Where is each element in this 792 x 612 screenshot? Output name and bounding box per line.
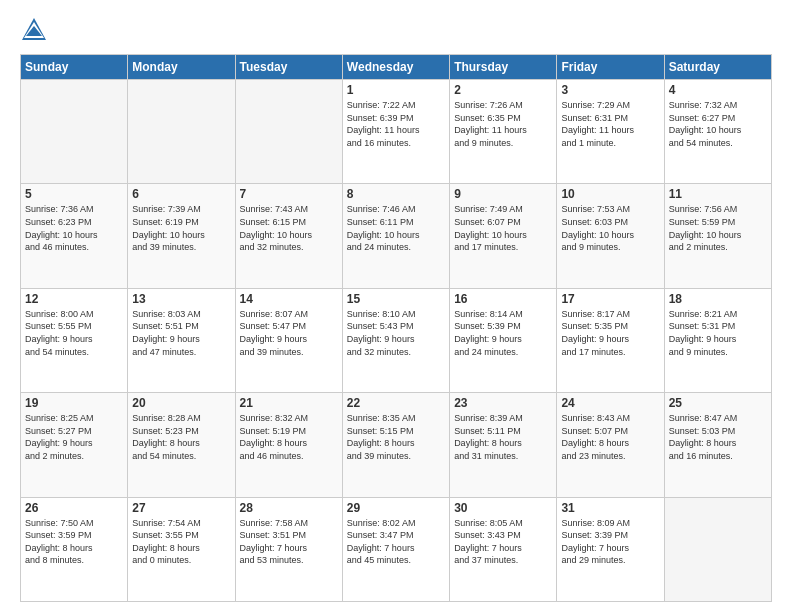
day-info: Sunrise: 7:43 AM Sunset: 6:15 PM Dayligh… bbox=[240, 203, 338, 253]
day-number: 16 bbox=[454, 292, 552, 306]
day-cell-16: 16Sunrise: 8:14 AM Sunset: 5:39 PM Dayli… bbox=[450, 288, 557, 392]
day-cell-29: 29Sunrise: 8:02 AM Sunset: 3:47 PM Dayli… bbox=[342, 497, 449, 601]
day-number: 25 bbox=[669, 396, 767, 410]
calendar-table: SundayMondayTuesdayWednesdayThursdayFrid… bbox=[20, 54, 772, 602]
day-cell-21: 21Sunrise: 8:32 AM Sunset: 5:19 PM Dayli… bbox=[235, 393, 342, 497]
day-info: Sunrise: 8:02 AM Sunset: 3:47 PM Dayligh… bbox=[347, 517, 445, 567]
week-row-2: 5Sunrise: 7:36 AM Sunset: 6:23 PM Daylig… bbox=[21, 184, 772, 288]
weekday-header-monday: Monday bbox=[128, 55, 235, 80]
day-cell-5: 5Sunrise: 7:36 AM Sunset: 6:23 PM Daylig… bbox=[21, 184, 128, 288]
day-cell-23: 23Sunrise: 8:39 AM Sunset: 5:11 PM Dayli… bbox=[450, 393, 557, 497]
day-info: Sunrise: 8:17 AM Sunset: 5:35 PM Dayligh… bbox=[561, 308, 659, 358]
day-info: Sunrise: 7:29 AM Sunset: 6:31 PM Dayligh… bbox=[561, 99, 659, 149]
day-info: Sunrise: 8:03 AM Sunset: 5:51 PM Dayligh… bbox=[132, 308, 230, 358]
day-info: Sunrise: 8:25 AM Sunset: 5:27 PM Dayligh… bbox=[25, 412, 123, 462]
day-info: Sunrise: 7:26 AM Sunset: 6:35 PM Dayligh… bbox=[454, 99, 552, 149]
day-number: 7 bbox=[240, 187, 338, 201]
day-number: 31 bbox=[561, 501, 659, 515]
day-number: 5 bbox=[25, 187, 123, 201]
day-cell-27: 27Sunrise: 7:54 AM Sunset: 3:55 PM Dayli… bbox=[128, 497, 235, 601]
day-info: Sunrise: 7:22 AM Sunset: 6:39 PM Dayligh… bbox=[347, 99, 445, 149]
day-cell-13: 13Sunrise: 8:03 AM Sunset: 5:51 PM Dayli… bbox=[128, 288, 235, 392]
day-cell-10: 10Sunrise: 7:53 AM Sunset: 6:03 PM Dayli… bbox=[557, 184, 664, 288]
day-number: 26 bbox=[25, 501, 123, 515]
day-info: Sunrise: 8:47 AM Sunset: 5:03 PM Dayligh… bbox=[669, 412, 767, 462]
weekday-header-thursday: Thursday bbox=[450, 55, 557, 80]
week-row-5: 26Sunrise: 7:50 AM Sunset: 3:59 PM Dayli… bbox=[21, 497, 772, 601]
day-info: Sunrise: 7:36 AM Sunset: 6:23 PM Dayligh… bbox=[25, 203, 123, 253]
week-row-3: 12Sunrise: 8:00 AM Sunset: 5:55 PM Dayli… bbox=[21, 288, 772, 392]
day-info: Sunrise: 8:35 AM Sunset: 5:15 PM Dayligh… bbox=[347, 412, 445, 462]
day-number: 2 bbox=[454, 83, 552, 97]
day-number: 20 bbox=[132, 396, 230, 410]
week-row-4: 19Sunrise: 8:25 AM Sunset: 5:27 PM Dayli… bbox=[21, 393, 772, 497]
day-number: 6 bbox=[132, 187, 230, 201]
day-number: 24 bbox=[561, 396, 659, 410]
day-number: 23 bbox=[454, 396, 552, 410]
day-cell-15: 15Sunrise: 8:10 AM Sunset: 5:43 PM Dayli… bbox=[342, 288, 449, 392]
day-cell-9: 9Sunrise: 7:49 AM Sunset: 6:07 PM Daylig… bbox=[450, 184, 557, 288]
day-number: 10 bbox=[561, 187, 659, 201]
day-number: 21 bbox=[240, 396, 338, 410]
day-info: Sunrise: 7:50 AM Sunset: 3:59 PM Dayligh… bbox=[25, 517, 123, 567]
weekday-header-row: SundayMondayTuesdayWednesdayThursdayFrid… bbox=[21, 55, 772, 80]
weekday-header-friday: Friday bbox=[557, 55, 664, 80]
day-info: Sunrise: 8:39 AM Sunset: 5:11 PM Dayligh… bbox=[454, 412, 552, 462]
day-number: 17 bbox=[561, 292, 659, 306]
day-cell-14: 14Sunrise: 8:07 AM Sunset: 5:47 PM Dayli… bbox=[235, 288, 342, 392]
day-info: Sunrise: 8:28 AM Sunset: 5:23 PM Dayligh… bbox=[132, 412, 230, 462]
day-cell-20: 20Sunrise: 8:28 AM Sunset: 5:23 PM Dayli… bbox=[128, 393, 235, 497]
day-number: 4 bbox=[669, 83, 767, 97]
day-info: Sunrise: 8:00 AM Sunset: 5:55 PM Dayligh… bbox=[25, 308, 123, 358]
logo-icon bbox=[20, 16, 48, 44]
day-info: Sunrise: 8:14 AM Sunset: 5:39 PM Dayligh… bbox=[454, 308, 552, 358]
day-cell-4: 4Sunrise: 7:32 AM Sunset: 6:27 PM Daylig… bbox=[664, 80, 771, 184]
day-number: 8 bbox=[347, 187, 445, 201]
day-info: Sunrise: 8:21 AM Sunset: 5:31 PM Dayligh… bbox=[669, 308, 767, 358]
day-info: Sunrise: 7:58 AM Sunset: 3:51 PM Dayligh… bbox=[240, 517, 338, 567]
day-number: 9 bbox=[454, 187, 552, 201]
empty-cell bbox=[21, 80, 128, 184]
day-cell-7: 7Sunrise: 7:43 AM Sunset: 6:15 PM Daylig… bbox=[235, 184, 342, 288]
day-info: Sunrise: 8:32 AM Sunset: 5:19 PM Dayligh… bbox=[240, 412, 338, 462]
day-number: 13 bbox=[132, 292, 230, 306]
page: SundayMondayTuesdayWednesdayThursdayFrid… bbox=[0, 0, 792, 612]
day-info: Sunrise: 7:32 AM Sunset: 6:27 PM Dayligh… bbox=[669, 99, 767, 149]
day-info: Sunrise: 8:43 AM Sunset: 5:07 PM Dayligh… bbox=[561, 412, 659, 462]
day-number: 3 bbox=[561, 83, 659, 97]
day-info: Sunrise: 7:46 AM Sunset: 6:11 PM Dayligh… bbox=[347, 203, 445, 253]
day-cell-30: 30Sunrise: 8:05 AM Sunset: 3:43 PM Dayli… bbox=[450, 497, 557, 601]
header bbox=[20, 16, 772, 44]
day-cell-18: 18Sunrise: 8:21 AM Sunset: 5:31 PM Dayli… bbox=[664, 288, 771, 392]
day-cell-6: 6Sunrise: 7:39 AM Sunset: 6:19 PM Daylig… bbox=[128, 184, 235, 288]
day-cell-8: 8Sunrise: 7:46 AM Sunset: 6:11 PM Daylig… bbox=[342, 184, 449, 288]
day-cell-24: 24Sunrise: 8:43 AM Sunset: 5:07 PM Dayli… bbox=[557, 393, 664, 497]
weekday-header-sunday: Sunday bbox=[21, 55, 128, 80]
day-cell-3: 3Sunrise: 7:29 AM Sunset: 6:31 PM Daylig… bbox=[557, 80, 664, 184]
day-number: 30 bbox=[454, 501, 552, 515]
day-cell-12: 12Sunrise: 8:00 AM Sunset: 5:55 PM Dayli… bbox=[21, 288, 128, 392]
day-cell-2: 2Sunrise: 7:26 AM Sunset: 6:35 PM Daylig… bbox=[450, 80, 557, 184]
day-info: Sunrise: 7:56 AM Sunset: 5:59 PM Dayligh… bbox=[669, 203, 767, 253]
day-cell-19: 19Sunrise: 8:25 AM Sunset: 5:27 PM Dayli… bbox=[21, 393, 128, 497]
day-number: 22 bbox=[347, 396, 445, 410]
empty-cell bbox=[235, 80, 342, 184]
day-number: 19 bbox=[25, 396, 123, 410]
day-cell-22: 22Sunrise: 8:35 AM Sunset: 5:15 PM Dayli… bbox=[342, 393, 449, 497]
empty-cell bbox=[128, 80, 235, 184]
logo bbox=[20, 16, 52, 44]
day-info: Sunrise: 8:10 AM Sunset: 5:43 PM Dayligh… bbox=[347, 308, 445, 358]
weekday-header-tuesday: Tuesday bbox=[235, 55, 342, 80]
day-number: 15 bbox=[347, 292, 445, 306]
weekday-header-wednesday: Wednesday bbox=[342, 55, 449, 80]
day-cell-26: 26Sunrise: 7:50 AM Sunset: 3:59 PM Dayli… bbox=[21, 497, 128, 601]
day-info: Sunrise: 8:05 AM Sunset: 3:43 PM Dayligh… bbox=[454, 517, 552, 567]
day-number: 29 bbox=[347, 501, 445, 515]
day-info: Sunrise: 8:07 AM Sunset: 5:47 PM Dayligh… bbox=[240, 308, 338, 358]
day-info: Sunrise: 7:53 AM Sunset: 6:03 PM Dayligh… bbox=[561, 203, 659, 253]
day-info: Sunrise: 8:09 AM Sunset: 3:39 PM Dayligh… bbox=[561, 517, 659, 567]
day-info: Sunrise: 7:49 AM Sunset: 6:07 PM Dayligh… bbox=[454, 203, 552, 253]
day-cell-31: 31Sunrise: 8:09 AM Sunset: 3:39 PM Dayli… bbox=[557, 497, 664, 601]
day-number: 27 bbox=[132, 501, 230, 515]
day-info: Sunrise: 7:39 AM Sunset: 6:19 PM Dayligh… bbox=[132, 203, 230, 253]
